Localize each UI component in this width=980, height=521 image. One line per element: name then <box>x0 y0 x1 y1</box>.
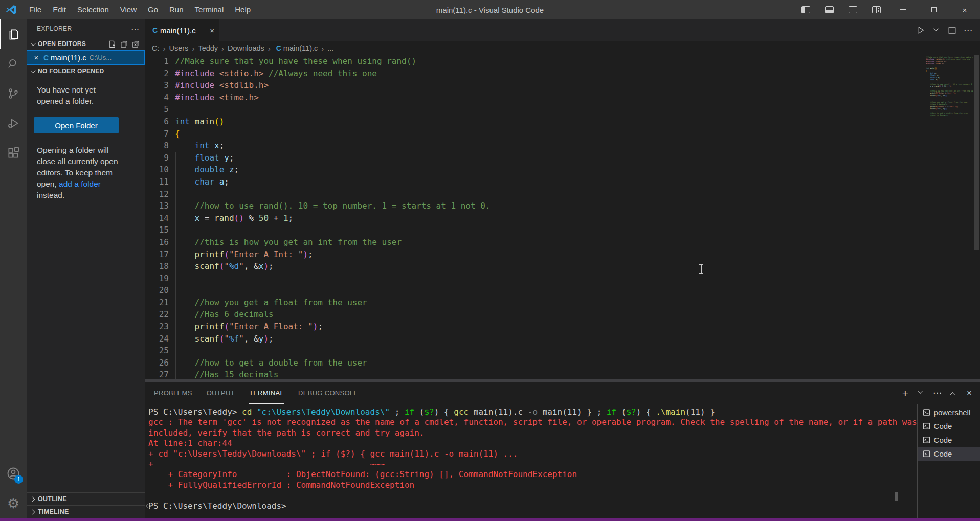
close-tab-icon[interactable]: × <box>210 26 214 35</box>
terminal-icon <box>923 436 930 444</box>
line-number: 5 <box>145 103 169 116</box>
terminal-instance-code[interactable]: Code <box>918 419 980 433</box>
menu-go[interactable]: Go <box>142 0 164 19</box>
line-number: 23 <box>145 321 169 333</box>
title-bar: FileEditSelectionViewGoRunTerminalHelp m… <box>0 0 980 19</box>
line-number: 9 <box>145 152 169 164</box>
no-folder-section[interactable]: NO FOLDER OPENED <box>27 65 145 77</box>
line-number: 14 <box>145 212 169 224</box>
settings-gear-icon[interactable]: ⚙ <box>0 488 27 518</box>
breadcrumb-item[interactable]: Downloads <box>228 44 264 52</box>
breadcrumb-item[interactable]: main(11).c <box>283 44 318 52</box>
minimap-line: //Has 15 decimals <box>926 115 973 117</box>
add-folder-link[interactable]: add a folder <box>59 179 101 188</box>
breadcrumb-item[interactable]: Teddy <box>198 44 218 52</box>
search-icon[interactable] <box>0 49 27 79</box>
close-window-button[interactable]: × <box>949 0 980 19</box>
panel-tab-debug-console[interactable]: DEBUG CONSOLE <box>298 382 358 404</box>
chevron-down-icon <box>31 68 36 73</box>
menu-bar: FileEditSelectionViewGoRunTerminalHelp <box>24 0 256 19</box>
menu-help[interactable]: Help <box>229 0 256 19</box>
terminal-line: + ~~~ <box>148 459 917 469</box>
prompt-decoration-icon <box>146 504 151 508</box>
c-file-icon: C <box>150 26 160 34</box>
code-line: 1//Make sure that you have these when us… <box>145 55 980 67</box>
explorer-more-actions-icon[interactable]: ⋯ <box>131 24 140 34</box>
panel-tab-terminal[interactable]: TERMINAL <box>249 382 284 404</box>
editor-horizontal-scrollbar[interactable] <box>145 379 980 382</box>
panel-more-actions-icon[interactable]: ⋯ <box>933 388 942 398</box>
source-control-icon[interactable] <box>0 79 27 108</box>
terminal-instance-code[interactable]: Code <box>918 433 980 447</box>
menu-run[interactable]: Run <box>164 0 189 19</box>
code-line: 18 scanf("%d", &x); <box>145 260 980 273</box>
explorer-sidebar: EXPLORER ⋯ OPEN EDITORS × C main(11).c C… <box>27 19 145 518</box>
restore-button[interactable] <box>919 0 949 19</box>
terminal-instance-label: Code <box>934 422 952 431</box>
line-number: 3 <box>145 79 169 92</box>
chevron-right-icon <box>30 509 35 514</box>
menu-terminal[interactable]: Terminal <box>189 0 230 19</box>
line-number: 26 <box>145 357 169 369</box>
toggle-secondary-sidebar-icon[interactable] <box>841 0 864 19</box>
account-icon[interactable]: 1 <box>0 459 27 488</box>
c-file-icon: C <box>274 44 283 52</box>
close-panel-icon[interactable]: × <box>967 388 972 398</box>
line-number: 17 <box>145 248 169 261</box>
open-folder-button[interactable]: Open Folder <box>34 117 119 133</box>
tab-main11c[interactable]: C main(11).c × <box>145 19 219 41</box>
terminal-instance-code[interactable]: Code <box>918 447 980 461</box>
terminal-dropdown-chevron-icon[interactable] <box>918 389 923 394</box>
extensions-icon[interactable] <box>0 138 27 168</box>
terminal-instance-list: powershellCodeCodeCode <box>918 404 980 518</box>
editor-scrollbar[interactable] <box>973 55 980 379</box>
split-editor-icon[interactable] <box>948 26 956 35</box>
editor-more-actions-icon[interactable]: ⋯ <box>964 25 973 36</box>
new-terminal-icon[interactable]: + <box>902 388 908 398</box>
code-line: 13 //how to use rand(). 10 = top number.… <box>145 200 980 212</box>
terminal-instance-powershell[interactable]: powershell <box>918 405 980 419</box>
code-line: 10 double z; <box>145 164 980 176</box>
maximize-panel-icon[interactable] <box>950 392 955 397</box>
line-number: 27 <box>145 369 169 379</box>
outline-section[interactable]: OUTLINE <box>27 492 145 505</box>
menu-file[interactable]: File <box>24 0 47 19</box>
open-editor-item[interactable]: × C main(11).c C:\Us... <box>27 50 145 65</box>
timeline-section[interactable]: TIMELINE <box>27 505 145 518</box>
code-line: 22 //Has 6 decimals <box>145 308 980 321</box>
breadcrumb-item[interactable]: Users <box>169 44 189 52</box>
run-file-icon[interactable] <box>916 26 925 35</box>
close-editor-icon[interactable]: × <box>31 53 41 62</box>
panel-tab-problems[interactable]: PROBLEMS <box>154 382 192 404</box>
menu-selection[interactable]: Selection <box>72 0 115 19</box>
open-editors-section[interactable]: OPEN EDITORS <box>27 38 145 50</box>
save-all-icon[interactable] <box>120 40 128 48</box>
menu-view[interactable]: View <box>115 0 142 19</box>
terminal-output[interactable]: PS C:\Users\Teddy> cd "c:\Users\Teddy\Do… <box>145 404 917 518</box>
breadcrumb-item[interactable]: C: <box>152 44 160 52</box>
explorer-icon[interactable] <box>0 19 27 49</box>
line-number: 16 <box>145 236 169 248</box>
menu-edit[interactable]: Edit <box>47 0 72 19</box>
customize-layout-icon[interactable] <box>864 0 888 19</box>
close-all-editors-icon[interactable] <box>132 40 140 48</box>
minimap[interactable]: //Make sure that you have these when usi… <box>926 56 973 117</box>
terminal-scrollbar[interactable] <box>895 492 898 501</box>
open-editor-path: C:\Us... <box>90 54 112 61</box>
code-line: 16 //this is how you get an int from the… <box>145 236 980 248</box>
panel-tab-output[interactable]: OUTPUT <box>207 382 235 404</box>
new-file-icon[interactable] <box>108 40 116 48</box>
code-editor[interactable]: 1//Make sure that you have these when us… <box>145 55 980 379</box>
line-number: 11 <box>145 176 169 188</box>
breadcrumb[interactable]: C:›Users›Teddy›Downloads›Cmain(11).c›... <box>145 41 980 55</box>
chevron-down-icon <box>31 41 36 46</box>
toggle-sidebar-icon[interactable] <box>794 0 817 19</box>
terminal-instance-label: Code <box>934 436 952 444</box>
minimize-button[interactable] <box>888 0 919 19</box>
code-line: 9 float y; <box>145 152 980 164</box>
breadcrumb-item[interactable]: ... <box>327 44 333 52</box>
breadcrumb-separator: › <box>192 44 194 53</box>
run-dropdown-chevron-icon[interactable] <box>933 26 939 31</box>
run-debug-icon[interactable] <box>0 108 27 138</box>
toggle-panel-icon[interactable] <box>817 0 841 19</box>
